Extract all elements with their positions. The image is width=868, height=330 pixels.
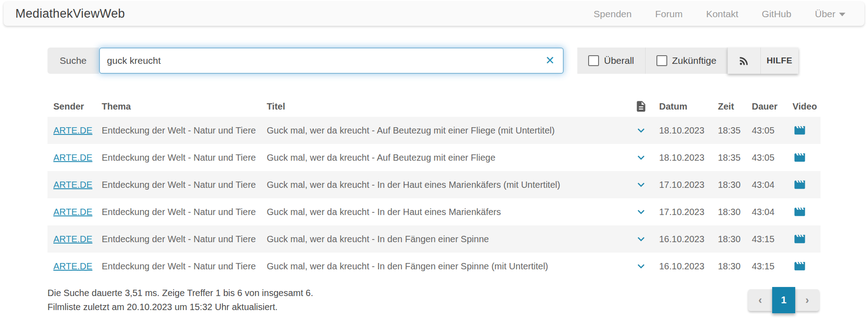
zeit-cell: 18:35 [718,153,752,163]
table-body: ARTE.DE Entdeckung der Welt - Natur und … [47,117,821,280]
help-button[interactable]: HILFE [760,48,798,74]
thema-cell: Entdeckung der Welt - Natur und Tiere [102,234,267,244]
sender-link[interactable]: ARTE.DE [53,125,92,135]
titel-cell: Guck mal, wer da kreucht - In den Fängen… [267,234,627,244]
play-video-button[interactable] [793,124,807,137]
dauer-cell: 43:15 [752,234,793,244]
search-stats-line: Die Suche dauerte 3,51 ms. Zeige Treffer… [47,286,313,300]
zeit-cell: 18:30 [718,180,752,190]
search-label: Suche [47,48,99,74]
dauer-cell: 43:04 [752,207,793,217]
column-header-datum: Datum [659,101,718,112]
zeit-cell: 18:30 [718,234,752,244]
movie-icon [793,206,807,218]
expand-row-button[interactable] [627,124,659,137]
column-header-sender: Sender [47,101,102,112]
chevron-down-icon [839,13,845,16]
column-header-video: Video [793,101,821,112]
column-header-titel: Titel [267,101,627,112]
datum-cell: 16.10.2023 [659,261,718,272]
search-input[interactable] [99,48,564,74]
movie-icon [793,233,807,245]
thema-cell: Entdeckung der Welt - Natur und Tiere [102,179,267,190]
next-page-button[interactable]: › [795,289,819,311]
chevron-down-icon [634,151,648,164]
thema-cell: Entdeckung der Welt - Natur und Tiere [102,152,267,163]
dauer-cell: 43:15 [752,261,793,272]
option-ueberall: Überall [577,48,645,74]
expand-row-button[interactable] [627,178,659,191]
table-row: ARTE.DE Entdeckung der Welt - Natur und … [47,225,821,253]
search-options-bar: Überall Zukünftige HILFE [577,48,798,74]
current-page-button[interactable]: 1 [772,287,795,313]
zeit-cell: 18:30 [718,207,752,217]
expand-row-button[interactable] [627,205,659,219]
datum-cell: 16.10.2023 [659,234,718,244]
titel-cell: Guck mal, wer da kreucht - Auf Beutezug … [267,125,627,136]
previous-page-button[interactable]: ‹ [748,289,772,311]
ueberall-checkbox[interactable] [588,55,599,66]
dauer-cell: 43:05 [752,125,793,136]
dauer-cell: 43:05 [752,153,793,163]
search-summary: Die Suche dauerte 3,51 ms. Zeige Treffer… [47,286,313,314]
sender-link[interactable]: ARTE.DE [53,261,92,271]
help-button-group: HILFE [727,48,798,74]
chevron-down-icon [634,205,648,219]
table-row: ARTE.DE Entdeckung der Welt - Natur und … [47,117,821,144]
thema-cell: Entdeckung der Welt - Natur und Tiere [102,125,267,136]
nav-item-forum[interactable]: Forum [655,9,683,19]
description-icon [627,100,659,113]
movie-icon [793,124,807,137]
search-bar: Suche ✕ Überall Zukünftige HILFE [47,48,819,74]
table-row: ARTE.DE Entdeckung der Welt - Natur und … [47,144,821,171]
column-header-zeit: Zeit [718,101,752,112]
nav-item-kontakt[interactable]: Kontakt [706,9,738,19]
sender-link[interactable]: ARTE.DE [53,234,92,244]
table-row: ARTE.DE Entdeckung der Welt - Natur und … [47,253,821,280]
movie-icon [793,178,807,191]
dauer-cell: 43:04 [752,180,793,190]
expand-row-button[interactable] [627,232,659,246]
app-title[interactable]: MediathekViewWeb [15,7,125,21]
filmlist-updated-line: Filmliste zuletzt am 20.10.2023 um 15:32… [47,300,313,314]
titel-cell: Guck mal, wer da kreucht - Auf Beutezug … [267,153,627,163]
zukuenftige-checkbox[interactable] [656,55,667,66]
zeit-cell: 18:35 [718,125,752,136]
option-zukuenftige: Zukünftige [645,48,727,74]
thema-cell: Entdeckung der Welt - Natur und Tiere [102,206,267,217]
expand-row-button[interactable] [627,151,659,164]
play-video-button[interactable] [793,178,807,191]
datum-cell: 17.10.2023 [659,180,718,190]
app-header: MediathekViewWeb Spenden Forum Kontakt G… [4,2,864,26]
play-video-button[interactable] [793,151,807,164]
play-video-button[interactable] [793,233,807,245]
play-video-button[interactable] [793,260,807,273]
movie-icon [793,151,807,164]
titel-cell: Guck mal, wer da kreucht - In den Fängen… [267,261,627,272]
movie-icon [793,260,807,273]
sender-link[interactable]: ARTE.DE [53,207,92,217]
search-box: ✕ [99,48,564,74]
rss-feed-icon [738,55,750,67]
zukuenftige-label: Zukünftige [672,55,717,66]
table-row: ARTE.DE Entdeckung der Welt - Natur und … [47,198,821,225]
nav-item-github[interactable]: GitHub [762,9,791,19]
column-header-thema: Thema [102,101,267,112]
table-header-row: Sender Thema Titel Datum Zeit Dauer Vide… [47,96,821,117]
sender-link[interactable]: ARTE.DE [53,153,92,163]
titel-cell: Guck mal, wer da kreucht - In der Haut e… [267,180,627,190]
titel-cell: Guck mal, wer da kreucht - In der Haut e… [267,207,627,217]
nav-item-ueber[interactable]: Über [815,9,845,19]
play-video-button[interactable] [793,206,807,218]
expand-row-button[interactable] [627,259,659,273]
clear-search-icon[interactable]: ✕ [543,53,557,67]
chevron-down-icon [634,259,648,273]
sender-link[interactable]: ARTE.DE [53,180,92,190]
rss-feed-button[interactable] [727,48,760,74]
column-header-dauer: Dauer [752,101,793,112]
thema-cell: Entdeckung der Welt - Natur und Tiere [102,261,267,272]
nav-item-spenden[interactable]: Spenden [594,9,632,19]
table-row: ARTE.DE Entdeckung der Welt - Natur und … [47,171,821,198]
datum-cell: 18.10.2023 [659,153,718,163]
chevron-down-icon [634,178,648,191]
